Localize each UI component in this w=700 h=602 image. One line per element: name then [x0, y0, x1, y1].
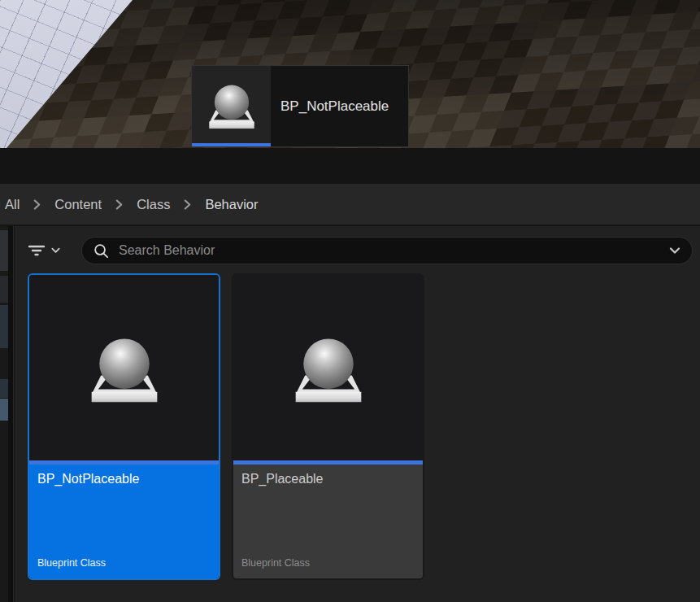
chevron-down-icon — [51, 247, 60, 254]
breadcrumb-item-all[interactable]: All — [5, 197, 20, 212]
chevron-right-icon — [115, 199, 123, 210]
folder-tree-item-partial[interactable] — [0, 379, 8, 398]
breadcrumb: All Content Class Behavior — [0, 184, 700, 226]
content-browser-toolbar-strip — [0, 148, 700, 184]
drag-asset-tooltip: BP_NotPlaceable — [191, 65, 409, 147]
asset-tile-bp-placeable[interactable]: BP_Placeable Blueprint Class — [232, 273, 424, 580]
asset-tile-footer: BP_Placeable Blueprint Class — [233, 465, 423, 578]
asset-type-color-bar — [192, 143, 271, 146]
blueprint-sphere-icon — [85, 329, 163, 407]
asset-tile-footer: BP_NotPlaceable Blueprint Class — [29, 465, 219, 578]
folder-tree-item-partial[interactable] — [0, 305, 8, 348]
panel-splitter[interactable] — [8, 226, 14, 602]
asset-tile-bp-notplaceable[interactable]: BP_NotPlaceable Blueprint Class — [28, 273, 220, 580]
search-icon — [93, 243, 109, 259]
folder-tree-item-partial[interactable] — [0, 399, 8, 421]
folder-tree-item-partial[interactable] — [0, 230, 8, 271]
filter-icon — [28, 245, 46, 256]
sources-panel-edge — [0, 226, 8, 602]
asset-name: BP_Placeable — [241, 472, 415, 486]
unreal-editor-window: BP_NotPlaceable All Content Class Behavi… — [0, 0, 700, 602]
asset-type-label: Blueprint Class — [241, 557, 310, 569]
filters-button[interactable] — [28, 239, 70, 262]
level-viewport[interactable]: BP_NotPlaceable — [0, 0, 700, 148]
breadcrumb-item-behavior[interactable]: Behavior — [205, 197, 258, 212]
blueprint-sphere-icon — [205, 78, 259, 132]
search-input[interactable] — [119, 243, 669, 258]
breadcrumb-item-content[interactable]: Content — [54, 197, 102, 212]
drag-asset-label: BP_NotPlaceable — [271, 66, 408, 146]
asset-thumbnail — [233, 275, 423, 460]
search-bar[interactable] — [81, 237, 693, 264]
asset-view-panel: BP_NotPlaceable Blueprint Class BP_Place… — [15, 226, 700, 602]
blueprint-sphere-icon — [289, 329, 367, 407]
drag-asset-thumbnail — [192, 66, 271, 146]
asset-type-label: Blueprint Class — [37, 557, 106, 569]
asset-name: BP_NotPlaceable — [37, 472, 211, 486]
folder-tree-item-partial[interactable] — [0, 276, 8, 303]
breadcrumb-item-class[interactable]: Class — [137, 197, 170, 212]
chevron-right-icon — [184, 199, 191, 210]
asset-thumbnail — [29, 275, 219, 460]
search-options-chevron-icon[interactable] — [669, 247, 680, 255]
chevron-right-icon — [33, 199, 41, 210]
